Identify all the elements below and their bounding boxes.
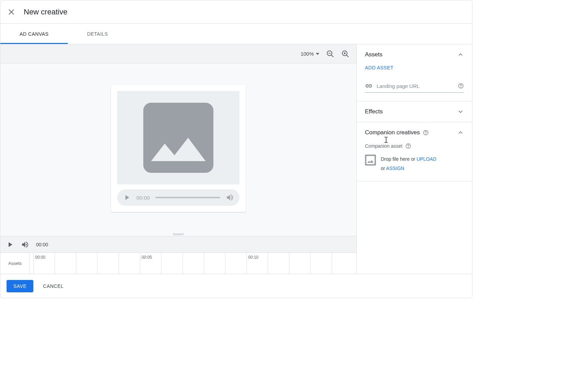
- zoom-in-icon[interactable]: [341, 50, 350, 58]
- svg-line-6: [346, 55, 348, 57]
- ruler-tick: [204, 253, 204, 274]
- ruler-tick: [310, 253, 311, 274]
- ruler-tick: [289, 253, 289, 274]
- preview-card: 00:00: [111, 85, 246, 212]
- sidebar-header-effects[interactable]: Effects: [357, 101, 472, 122]
- canvas-toolbar: 100%: [0, 44, 356, 64]
- sidebar-content-companion: Companion asset Drop file here or UPLOAD…: [357, 143, 472, 181]
- sidebar-header-companion[interactable]: Companion creatives: [357, 122, 472, 143]
- save-button[interactable]: SAVE: [7, 280, 33, 292]
- zoom-out-icon[interactable]: [326, 50, 334, 58]
- ruler-tick: [76, 253, 76, 274]
- tab-details[interactable]: DETAILS: [68, 24, 127, 44]
- canvas-column: 100%: [0, 44, 357, 274]
- help-icon[interactable]: [423, 130, 429, 136]
- upload-link[interactable]: UPLOAD: [417, 156, 436, 162]
- ruler-tick: [332, 253, 332, 274]
- timeline-toolbar: 00:00: [0, 236, 356, 252]
- ruler-tick: 00:00: [33, 253, 34, 274]
- panel-resize-handle[interactable]: [0, 233, 356, 236]
- ruler-tick: 00:05: [140, 253, 140, 274]
- ruler-tick: [182, 253, 183, 274]
- ruler-tick: [119, 253, 119, 274]
- landing-url-input[interactable]: [377, 83, 454, 89]
- drop-text: Drop file here or UPLOAD or ASSIGN: [381, 155, 436, 173]
- preview-player: 00:00: [117, 189, 240, 206]
- sidebar-section-effects: Effects: [357, 101, 472, 122]
- ruler-tick: [268, 253, 268, 274]
- header: New creative: [0, 0, 472, 24]
- link-icon: [365, 82, 373, 90]
- sidebar-title-assets: Assets: [365, 51, 382, 58]
- ruler-tick: 00:10: [246, 253, 247, 274]
- sidebar-section-assets: Assets ADD ASSET: [357, 44, 472, 101]
- sidebar: Assets ADD ASSET: [357, 44, 472, 274]
- chevron-up-icon: [457, 129, 464, 136]
- page-title: New creative: [24, 8, 67, 16]
- companion-asset-label: Companion asset: [365, 143, 464, 149]
- canvas-area[interactable]: 00:00: [0, 64, 356, 233]
- timeline-volume-icon[interactable]: [21, 240, 29, 249]
- body: 100%: [0, 44, 472, 274]
- ruler-tick: [97, 253, 98, 274]
- image-placeholder-icon: [365, 155, 376, 166]
- assign-link[interactable]: ASSIGN: [386, 166, 404, 171]
- preview-scrubber[interactable]: [155, 197, 220, 198]
- svg-point-12: [425, 134, 426, 134]
- sidebar-content-assets: ADD ASSET: [357, 65, 472, 101]
- svg-point-14: [408, 147, 409, 147]
- zoom-level-dropdown[interactable]: 100%: [301, 51, 319, 57]
- sidebar-title-effects: Effects: [365, 108, 383, 115]
- close-icon[interactable]: [7, 8, 15, 16]
- timeline-current-time: 00:00: [36, 242, 48, 247]
- svg-line-3: [331, 55, 333, 57]
- play-icon[interactable]: [123, 193, 131, 202]
- app-window: New creative AD CANVAS DETAILS 100%: [0, 0, 473, 298]
- ruler-tick: [225, 253, 225, 274]
- cancel-button[interactable]: CANCEL: [43, 283, 64, 289]
- help-icon[interactable]: [405, 143, 411, 149]
- sidebar-header-assets[interactable]: Assets: [357, 44, 472, 65]
- timeline-ruler[interactable]: 00:00 00:05 00:10: [30, 253, 356, 274]
- footer: SAVE CANCEL: [0, 274, 472, 298]
- preview-image-placeholder: [117, 91, 240, 184]
- timeline-play-icon[interactable]: [6, 240, 14, 249]
- landing-url-row: [365, 82, 464, 93]
- sidebar-section-companion: Companion creatives Companion asset: [357, 122, 472, 181]
- help-icon[interactable]: [458, 83, 464, 89]
- svg-point-10: [461, 87, 461, 87]
- ruler-tick: [161, 253, 162, 274]
- preview-time: 00:00: [136, 195, 150, 201]
- add-asset-button[interactable]: ADD ASSET: [365, 65, 464, 70]
- tabs: AD CANVAS DETAILS: [0, 24, 472, 44]
- companion-drop-zone[interactable]: Drop file here or UPLOAD or ASSIGN: [365, 155, 464, 173]
- text-cursor-icon: [384, 137, 388, 143]
- ruler-tick: [55, 253, 55, 274]
- tab-ad-canvas[interactable]: AD CANVAS: [0, 24, 68, 44]
- timeline-track-label: Assets: [0, 253, 30, 274]
- chevron-down-icon: [457, 108, 464, 115]
- sidebar-title-companion: Companion creatives: [365, 129, 429, 136]
- chevron-up-icon: [457, 51, 464, 58]
- zoom-level-text: 100%: [301, 51, 314, 57]
- dropdown-caret-icon: [316, 53, 319, 55]
- volume-icon[interactable]: [226, 193, 234, 202]
- timeline-area: Assets 00:00 00:05 00:10: [0, 252, 356, 274]
